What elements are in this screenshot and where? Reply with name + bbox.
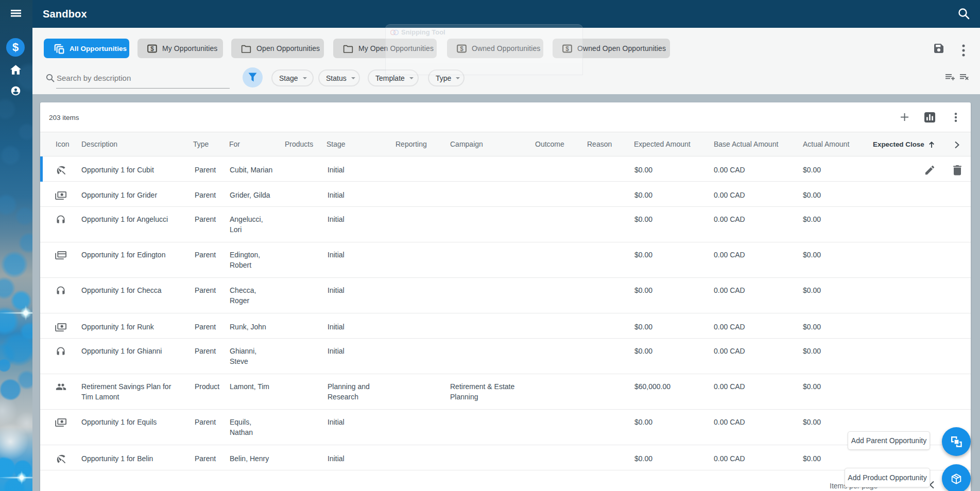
svg-text:$: $ bbox=[150, 45, 154, 52]
